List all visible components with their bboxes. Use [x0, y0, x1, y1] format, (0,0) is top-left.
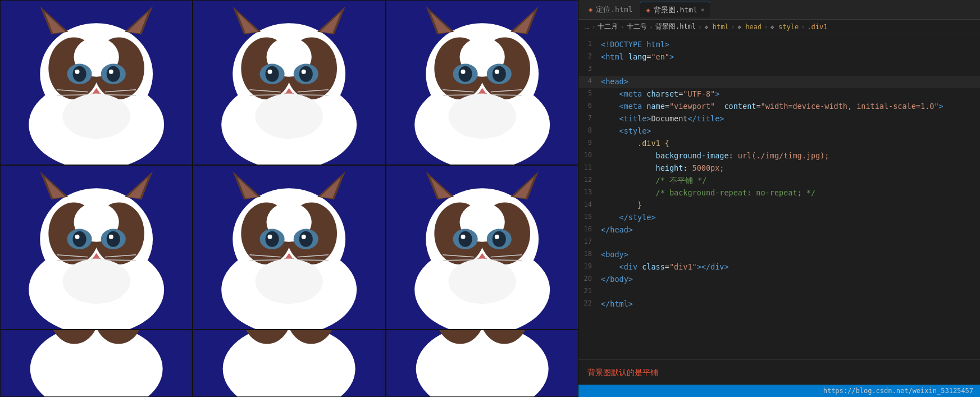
- breadcrumb-sep-6: ›: [801, 23, 805, 31]
- svg-point-45: [256, 94, 323, 139]
- svg-point-95: [108, 307, 142, 327]
- svg-point-142: [437, 307, 471, 327]
- breadcrumb-root: …: [585, 23, 589, 31]
- svg-point-60: [458, 66, 472, 82]
- code-editor-panel: ◈ 定位.html ◈ 背景图.html ✕ … › 十二月 › 十二号 › 背…: [578, 0, 980, 397]
- svg-line-90: [57, 259, 88, 260]
- svg-point-47: [300, 142, 334, 162]
- svg-point-38: [268, 70, 272, 74]
- cat-tile-6: [386, 165, 578, 330]
- svg-line-68: [490, 95, 521, 95]
- code-line-20: 20 </body>: [578, 273, 980, 286]
- svg-point-108: [266, 231, 279, 247]
- svg-point-37: [299, 66, 313, 82]
- svg-point-22: [51, 142, 85, 162]
- tab-close-button[interactable]: ✕: [701, 6, 705, 13]
- svg-line-138: [443, 259, 473, 260]
- svg-line-140: [490, 259, 521, 260]
- code-line-1: 1 <!DOCTYPE html>: [578, 39, 980, 51]
- breadcrumb-day: 十二号: [627, 22, 647, 31]
- tab-背景图[interactable]: ◈ 背景图.html ✕: [640, 2, 710, 17]
- code-line-4: 4 <head>: [578, 76, 980, 88]
- breadcrumb-sep-5: ›: [764, 23, 768, 31]
- svg-line-20: [105, 95, 136, 95]
- code-line-22: 22 </html>: [578, 298, 980, 311]
- status-bar: https://blog.csdn.net/weixin_53125457: [578, 385, 980, 397]
- svg-point-133: [492, 231, 505, 247]
- svg-point-71: [493, 142, 527, 162]
- svg-point-61: [492, 66, 505, 82]
- code-line-13: 13 /* background-repeat: no-repeat; */: [578, 187, 980, 199]
- code-line-7: 7 <title>Document</title>: [578, 113, 980, 125]
- svg-point-46: [244, 142, 278, 162]
- svg-point-87: [109, 234, 113, 239]
- breadcrumb-sep-2: ›: [649, 23, 653, 31]
- code-editor[interactable]: 1 <!DOCTYPE html> 2 <html lang="en"> 3 4…: [578, 34, 980, 359]
- breadcrumb-sep-4: ›: [731, 23, 735, 31]
- code-line-17: 17: [578, 236, 980, 249]
- code-line-21: 21: [578, 286, 980, 298]
- svg-point-69: [448, 94, 516, 139]
- svg-point-63: [494, 70, 499, 74]
- svg-point-111: [302, 234, 306, 239]
- breadcrumb: … › 十二月 › 十二号 › 背景图.html › ❖ html › ❖ he…: [578, 20, 980, 34]
- svg-point-119: [300, 307, 334, 327]
- svg-point-135: [494, 234, 499, 239]
- svg-point-14: [75, 70, 80, 74]
- svg-point-85: [107, 231, 120, 247]
- svg-point-157: [416, 330, 548, 396]
- code-line-18: 18 <body>: [578, 249, 980, 261]
- svg-line-66: [443, 95, 473, 95]
- tab-bar: ◈ 定位.html ◈ 背景图.html ✕: [578, 0, 980, 20]
- code-line-10: 10 background-image: url(./img/timg.jpg)…: [578, 150, 980, 162]
- cat-tile-4: [0, 165, 193, 330]
- tab-定位[interactable]: ◈ 定位.html: [583, 2, 638, 17]
- svg-point-13: [107, 66, 120, 82]
- cat-tile-8: [193, 330, 385, 397]
- svg-point-134: [461, 234, 465, 239]
- code-line-9: 9 .div1 {: [578, 138, 980, 150]
- svg-point-12: [73, 66, 86, 82]
- code-line-19: 19 <div class="div1"></div>: [578, 261, 980, 273]
- cat-tile-3: [386, 0, 578, 165]
- svg-point-110: [268, 234, 272, 239]
- code-line-8: 8 <style>: [578, 125, 980, 138]
- code-line-12: 12 /* 不平铺 */: [578, 175, 980, 187]
- code-line-5: 5 <meta charset="UTF-8">: [578, 88, 980, 101]
- svg-point-39: [302, 70, 306, 74]
- code-line-16: 16 </head>: [578, 224, 980, 236]
- svg-point-145: [30, 330, 163, 396]
- cat-tile-5: [193, 165, 385, 330]
- cat-tile-2: [193, 0, 385, 165]
- comment-text: 背景图默认的是平铺: [587, 368, 658, 377]
- code-line-14: 14 }: [578, 199, 980, 212]
- svg-point-86: [75, 234, 80, 239]
- svg-point-109: [299, 231, 313, 247]
- tab-label-2: 背景图.html: [654, 5, 698, 15]
- svg-point-94: [51, 307, 85, 327]
- breadcrumb-style: ❖ style: [771, 23, 799, 31]
- svg-line-44: [298, 95, 329, 95]
- svg-point-93: [62, 258, 130, 303]
- status-url: https://blog.csdn.net/weixin_53125457: [823, 387, 973, 395]
- svg-line-18: [57, 95, 88, 95]
- breadcrumb-head: ❖ head: [737, 23, 762, 31]
- cat-grid: [0, 0, 578, 397]
- tab-label-1: 定位.html: [596, 4, 632, 15]
- svg-point-118: [244, 307, 278, 327]
- cat-tile-9: [386, 330, 578, 397]
- breadcrumb-html: ❖ html: [704, 23, 728, 31]
- svg-point-15: [109, 70, 113, 74]
- svg-point-117: [256, 258, 323, 303]
- svg-point-21: [62, 94, 130, 139]
- code-line-11: 11 height: 5000px;: [578, 162, 980, 175]
- browser-preview: [0, 0, 578, 397]
- code-line-3: 3: [578, 63, 980, 76]
- svg-point-141: [448, 258, 516, 303]
- breadcrumb-sep-0: ›: [591, 23, 595, 31]
- cat-tile-7: [0, 330, 193, 397]
- tab-icon-2: ◈: [646, 6, 650, 14]
- code-line-6: 6 <meta name="viewport" content="width=d…: [578, 101, 980, 113]
- breadcrumb-file: 背景图.html: [655, 22, 696, 31]
- code-line-2: 2 <html lang="en">: [578, 51, 980, 63]
